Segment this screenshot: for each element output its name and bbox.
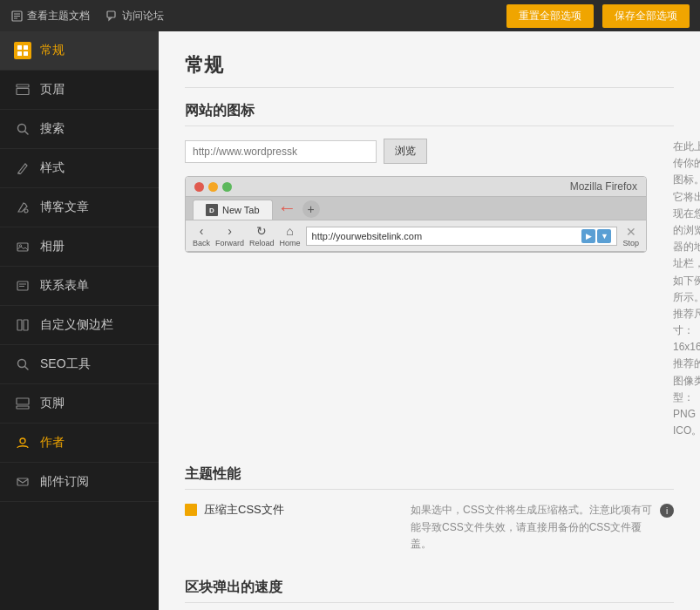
svg-point-14 bbox=[24, 209, 28, 213]
css-compress-checkbox[interactable] bbox=[185, 504, 197, 516]
sidebar-item-general[interactable]: 常规 bbox=[0, 31, 159, 71]
favicon-input-row: 浏览 bbox=[185, 139, 647, 164]
browser-tab: D New Tab bbox=[193, 200, 273, 220]
svg-rect-24 bbox=[17, 398, 29, 404]
svg-line-12 bbox=[25, 132, 29, 135]
forward-button[interactable]: › Forward bbox=[215, 224, 244, 247]
sidebar-style-label: 样式 bbox=[40, 160, 65, 176]
reload-label: Reload bbox=[249, 239, 275, 247]
home-label: Home bbox=[280, 239, 301, 247]
sidebar-custom-sidebar-label: 自定义侧边栏 bbox=[40, 317, 113, 333]
svg-rect-4 bbox=[107, 11, 115, 17]
address-bar: http://yourwebsitelink.com ▶ ▼ bbox=[306, 227, 618, 246]
forum-label: 访问论坛 bbox=[122, 9, 164, 24]
browser-arrow-icon: ← bbox=[278, 197, 297, 220]
theme-info-icon[interactable]: i bbox=[660, 504, 674, 518]
dropdown-button[interactable]: ▼ bbox=[597, 229, 611, 243]
style-icon bbox=[14, 159, 31, 177]
svg-rect-20 bbox=[17, 320, 22, 330]
page-title: 常规 bbox=[185, 52, 674, 88]
sidebar-subscribe-label: 邮件订阅 bbox=[40, 474, 89, 490]
save-button[interactable]: 保存全部选项 bbox=[602, 4, 690, 28]
forward-arrow-icon: › bbox=[228, 224, 232, 238]
sidebar-blog-label: 博客文章 bbox=[40, 200, 89, 215]
sidebar-contact-label: 联系表单 bbox=[40, 278, 89, 294]
seo-icon bbox=[14, 356, 31, 373]
sidebar-album-label: 相册 bbox=[40, 239, 65, 254]
sidebar-item-blog[interactable]: 博客文章 bbox=[0, 188, 159, 227]
stop-label: Stop bbox=[622, 239, 639, 247]
svg-rect-6 bbox=[24, 45, 28, 50]
favicon-url-input[interactable] bbox=[185, 140, 377, 163]
topbar-links: 查看主题文档 访问论坛 bbox=[10, 9, 164, 24]
search-icon bbox=[14, 120, 31, 138]
svg-rect-7 bbox=[17, 51, 22, 56]
content-area: 常规 网站的图标 浏览 bbox=[159, 31, 700, 610]
sidebar-item-contact[interactable]: 联系表单 bbox=[0, 267, 159, 306]
topbar: 查看主题文档 访问论坛 重置全部选项 保存全部选项 bbox=[0, 0, 700, 31]
theme-left: 压缩主CSS文件 bbox=[185, 502, 284, 518]
reload-button[interactable]: ↻ Reload bbox=[249, 224, 275, 247]
svg-rect-25 bbox=[17, 406, 29, 409]
tab-favicon-icon: D bbox=[206, 204, 218, 216]
back-button[interactable]: ‹ Back bbox=[193, 224, 210, 247]
css-compress-label: 压缩主CSS文件 bbox=[204, 502, 284, 518]
docs-link[interactable]: 查看主题文档 bbox=[10, 9, 90, 24]
favicon-row: 浏览 Mozilla Firefox bbox=[185, 139, 674, 439]
dot-close bbox=[194, 182, 204, 192]
svg-rect-21 bbox=[24, 320, 28, 330]
general-icon bbox=[14, 42, 31, 59]
speed-section-title: 区块弹出的速度 bbox=[185, 579, 674, 603]
sidebar-seo-label: SEO工具 bbox=[40, 356, 91, 372]
favicon-left: 浏览 Mozilla Firefox bbox=[185, 139, 647, 253]
browser-titlebar: Mozilla Firefox bbox=[186, 177, 646, 197]
home-button[interactable]: ⌂ Home bbox=[280, 224, 301, 247]
back-arrow-icon: ‹ bbox=[200, 224, 204, 238]
subscribe-icon bbox=[14, 473, 31, 491]
browse-button[interactable]: 浏览 bbox=[384, 139, 427, 164]
theme-right: 如果选中，CSS文件将生成压缩格式。注意此项有可能导致CSS文件失效，请直接用备… bbox=[411, 502, 674, 552]
css-compress-desc: 如果选中，CSS文件将生成压缩格式。注意此项有可能导致CSS文件失效，请直接用备… bbox=[411, 502, 655, 552]
forward-label: Forward bbox=[215, 239, 244, 247]
forum-icon bbox=[105, 10, 118, 22]
sidebar-item-footer[interactable]: 页脚 bbox=[0, 384, 159, 424]
custom-sidebar-icon bbox=[14, 316, 31, 334]
stop-button[interactable]: ✕ Stop bbox=[622, 225, 639, 247]
sidebar-item-subscribe[interactable]: 邮件订阅 bbox=[0, 463, 159, 502]
theme-section: 主题性能 压缩主CSS文件 如果选中，CSS文件将生成压缩格式。注意此项有可能导… bbox=[185, 465, 674, 552]
dot-minimize bbox=[208, 182, 218, 192]
favicon-section: 网站的图标 浏览 bbox=[185, 102, 674, 439]
topbar-actions: 重置全部选项 保存全部选项 bbox=[506, 4, 690, 28]
sidebar-item-album[interactable]: 相册 bbox=[0, 227, 159, 267]
sidebar-item-seo[interactable]: SEO工具 bbox=[0, 345, 159, 384]
reset-button[interactable]: 重置全部选项 bbox=[506, 4, 594, 28]
sidebar-author-label: 作者 bbox=[40, 435, 65, 451]
address-buttons: ▶ ▼ bbox=[581, 229, 611, 243]
favicon-right: 在此上传你的图标。它将出现在您的浏览器的地址栏，如下例所示。推荐尺寸：16x16… bbox=[664, 139, 700, 439]
home-icon: ⌂ bbox=[286, 224, 293, 238]
main-layout: 常规 页眉 搜索 bbox=[0, 31, 700, 610]
sidebar-header-label: 页眉 bbox=[40, 82, 65, 98]
go-button[interactable]: ▶ bbox=[581, 229, 595, 243]
favicon-section-title: 网站的图标 bbox=[185, 102, 674, 126]
author-icon bbox=[14, 434, 31, 451]
svg-rect-5 bbox=[17, 45, 22, 50]
sidebar-item-header[interactable]: 页眉 bbox=[0, 71, 159, 110]
sidebar-item-search[interactable]: 搜索 bbox=[0, 110, 159, 149]
sidebar-item-author[interactable]: 作者 bbox=[0, 424, 159, 463]
svg-rect-27 bbox=[17, 478, 28, 485]
sidebar-item-custom-sidebar[interactable]: 自定义侧边栏 bbox=[0, 306, 159, 345]
sidebar-item-style[interactable]: 样式 bbox=[0, 149, 159, 188]
browser-dots bbox=[194, 182, 232, 192]
forum-link[interactable]: 访问论坛 bbox=[105, 9, 164, 24]
sidebar-search-label: 搜索 bbox=[40, 121, 65, 137]
svg-rect-15 bbox=[17, 243, 28, 251]
svg-line-23 bbox=[25, 367, 29, 370]
svg-rect-9 bbox=[17, 85, 29, 87]
theme-row: 压缩主CSS文件 如果选中，CSS文件将生成压缩格式。注意此项有可能导致CSS文… bbox=[185, 502, 674, 552]
browser-tabs: D New Tab ← + bbox=[186, 197, 646, 220]
tab-add-button[interactable]: + bbox=[302, 200, 320, 218]
sidebar-general-label: 常规 bbox=[40, 43, 65, 58]
back-label: Back bbox=[193, 239, 210, 247]
header-icon bbox=[14, 81, 31, 98]
